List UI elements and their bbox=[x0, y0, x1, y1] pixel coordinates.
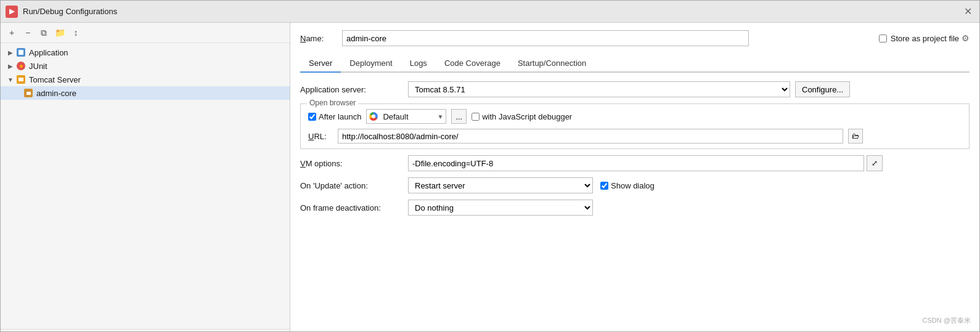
app-icon: ▶ bbox=[6, 6, 18, 18]
remove-config-button[interactable]: − bbox=[20, 25, 35, 40]
js-debugger-checkbox[interactable] bbox=[472, 113, 480, 121]
sidebar-item-application[interactable]: ▶ Application bbox=[1, 46, 290, 59]
url-label: URL: bbox=[308, 132, 333, 141]
app-server-row: Application server: Tomcat 8.5.71 Config… bbox=[300, 81, 970, 97]
application-icon bbox=[15, 47, 27, 57]
sidebar-item-tomcat-label: Tomcat Server bbox=[29, 75, 81, 84]
chrome-icon bbox=[369, 112, 378, 121]
on-frame-select[interactable]: Do nothing Update classes and resources … bbox=[408, 200, 593, 216]
add-config-button[interactable]: + bbox=[4, 25, 19, 40]
copy-config-button[interactable]: ⧉ bbox=[36, 25, 51, 40]
after-launch-label[interactable]: After launch bbox=[308, 112, 361, 121]
sidebar-item-admin-core[interactable]: admin-core bbox=[1, 86, 290, 100]
open-browser-label: Open browser bbox=[307, 99, 358, 107]
junit-icon bbox=[15, 61, 27, 71]
browser-dropdown-arrow: ▼ bbox=[437, 113, 443, 120]
sidebar-item-tomcat[interactable]: ▼ Tomcat Server bbox=[1, 73, 290, 86]
sort-config-button[interactable]: ↕ bbox=[68, 25, 83, 40]
on-frame-label: On frame deactivation: bbox=[300, 203, 408, 213]
configure-button[interactable]: Configure... bbox=[795, 81, 850, 97]
expand-arrow-application[interactable]: ▶ bbox=[6, 49, 15, 56]
tab-startup-connection[interactable]: Startup/Connection bbox=[509, 55, 595, 73]
on-frame-row: On frame deactivation: Do nothing Update… bbox=[300, 200, 970, 216]
js-debugger-label[interactable]: with JavaScript debugger bbox=[472, 112, 572, 121]
watermark: CSDN @苦泰米 bbox=[923, 316, 971, 325]
right-panel: Name: Store as project file ⚙ Server Dep… bbox=[290, 23, 979, 331]
tab-logs[interactable]: Logs bbox=[401, 55, 436, 73]
vm-options-expand-button[interactable]: ⤢ bbox=[867, 155, 883, 171]
tab-code-coverage[interactable]: Code Coverage bbox=[436, 55, 509, 73]
app-server-label: Application server: bbox=[300, 85, 408, 94]
name-label: Name: bbox=[300, 34, 337, 43]
tab-deployment[interactable]: Deployment bbox=[341, 55, 401, 73]
on-update-row: On 'Update' action: Restart server Redep… bbox=[300, 177, 970, 193]
sidebar-item-admin-core-label: admin-core bbox=[36, 89, 76, 98]
vm-options-input[interactable] bbox=[408, 155, 864, 171]
tab-server[interactable]: Server bbox=[300, 55, 341, 73]
name-input[interactable] bbox=[342, 30, 749, 46]
show-dialog-label[interactable]: Show dialog bbox=[600, 181, 655, 190]
url-row: URL: 🗁 bbox=[308, 129, 962, 144]
browser-row: After launch Default ▼ ... with JavaScri… bbox=[308, 109, 962, 124]
name-row: Name: Store as project file ⚙ bbox=[300, 30, 970, 46]
sidebar-item-junit[interactable]: ▶ JUnit bbox=[1, 59, 290, 73]
open-browser-group: Open browser After launch Default ▼ ... bbox=[300, 103, 970, 149]
expand-arrow-tomcat[interactable]: ▼ bbox=[6, 76, 15, 83]
store-project-section: Store as project file ⚙ bbox=[879, 33, 970, 43]
url-input[interactable] bbox=[338, 129, 843, 144]
vm-options-label: VM options: bbox=[300, 159, 408, 168]
config-tree: ▶ Application ▶ J bbox=[1, 43, 290, 329]
sidebar-toolbar: + − ⧉ 📁 ↕ bbox=[1, 23, 290, 43]
sidebar-item-junit-label: JUnit bbox=[29, 62, 47, 71]
main-window: ▶ Run/Debug Configurations ✕ + − ⧉ 📁 ↕ ▶ bbox=[0, 0, 980, 332]
close-button[interactable]: ✕ bbox=[962, 6, 974, 17]
sidebar: + − ⧉ 📁 ↕ ▶ Application bbox=[1, 23, 290, 331]
expand-arrow-junit[interactable]: ▶ bbox=[6, 63, 15, 70]
server-tabs: Server Deployment Logs Code Coverage Sta… bbox=[300, 55, 970, 73]
show-dialog-checkbox[interactable] bbox=[600, 182, 608, 190]
on-update-select[interactable]: Restart server Redeploy Update classes a… bbox=[408, 177, 593, 193]
admin-core-icon bbox=[23, 88, 34, 98]
window-title: Run/Debug Configurations bbox=[23, 7, 962, 16]
store-project-gear-button[interactable]: ⚙ bbox=[962, 33, 970, 43]
move-config-button[interactable]: 📁 bbox=[52, 25, 67, 40]
sidebar-bottom bbox=[1, 329, 290, 331]
store-project-checkbox[interactable] bbox=[879, 34, 887, 43]
url-folder-button[interactable]: 🗁 bbox=[848, 129, 863, 144]
sidebar-item-application-label: Application bbox=[29, 48, 68, 57]
app-server-select[interactable]: Tomcat 8.5.71 bbox=[408, 81, 790, 97]
vm-options-row: VM options: ⤢ bbox=[300, 155, 970, 171]
browser-select[interactable]: Default ▼ bbox=[366, 109, 446, 124]
title-bar: ▶ Run/Debug Configurations ✕ bbox=[1, 1, 979, 23]
on-update-label: On 'Update' action: bbox=[300, 181, 408, 190]
browser-dots-button[interactable]: ... bbox=[451, 109, 467, 124]
tomcat-icon bbox=[15, 75, 27, 84]
store-project-label[interactable]: Store as project file bbox=[891, 34, 959, 43]
after-launch-checkbox[interactable] bbox=[308, 113, 316, 121]
main-content: + − ⧉ 📁 ↕ ▶ Application bbox=[1, 23, 979, 331]
